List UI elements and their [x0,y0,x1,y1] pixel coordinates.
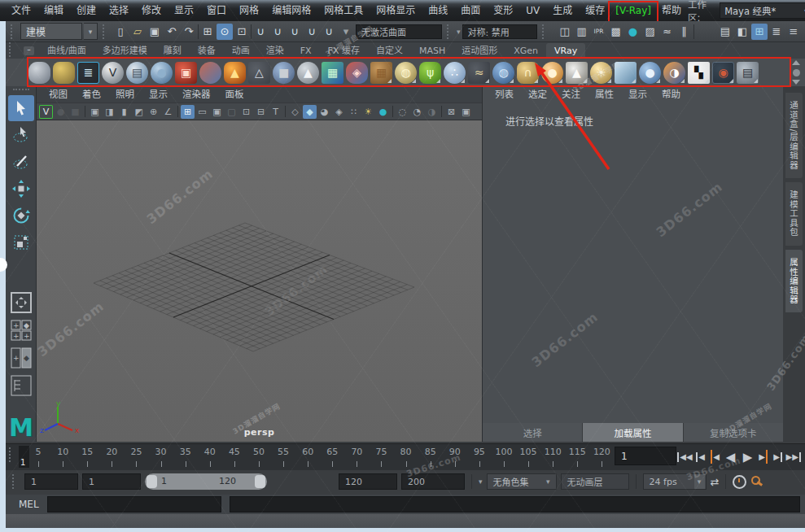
four-pane-layout-button[interactable]: +◆++ [9,318,33,342]
vray-mesh-light-icon[interactable]: ◈ [346,62,368,84]
lighting-icon[interactable]: ☀ [361,105,375,119]
safe-action-icon[interactable]: ⊟ [254,105,268,119]
redo-icon[interactable]: ↷ [181,24,197,40]
show-tool-settings-icon[interactable]: ◧ [734,24,750,40]
attr-button-复制选项卡[interactable]: 复制选项卡 [684,423,783,442]
snap-menu-chevron-icon[interactable]: ▾ [338,24,354,40]
chevron-down-icon[interactable]: ▾ [479,477,483,486]
vray-particles-icon[interactable]: ∴ [444,62,466,84]
attr-button-选择[interactable]: 选择 [483,423,582,442]
select-component-icon[interactable]: ⊡ [234,24,250,40]
playback-end-field[interactable]: 120 [339,473,397,490]
menu-item-选择[interactable]: 选择 [103,0,135,21]
texture-view-icon[interactable]: ▨ [642,24,658,40]
menu-item-help[interactable]: 帮助 [655,0,688,21]
render-current-frame-icon[interactable]: ▥ [574,24,590,40]
menu-item-网格工具[interactable]: 网格工具 [317,0,370,21]
menu-item-曲面[interactable]: 曲面 [454,0,487,21]
shaded-mode-icon[interactable]: ◆ [303,105,317,119]
vray-sun-icon[interactable]: ☀ [590,62,612,84]
vray-wire-pyramid-icon[interactable]: △ [248,62,270,84]
drag-grip[interactable] [13,89,29,93]
isolate-select-icon[interactable]: ◌ [396,105,409,119]
menu-item-变形[interactable]: 变形 [487,0,519,21]
menu-item-创建[interactable]: 创建 [70,0,103,21]
fps-dropdown[interactable]: 24 fps ▾ [643,473,707,490]
rotate-tool[interactable] [8,203,34,229]
gate-mask-icon[interactable]: ▢ [225,105,238,119]
menu-item-UV[interactable]: UV [519,0,546,21]
camera-select-icon[interactable]: ▣ [88,105,102,119]
lasso-select-tool[interactable] [8,122,34,148]
vray-viewport-badge-icon[interactable]: V [39,105,53,119]
shelf-tab-XGen[interactable]: XGen [505,43,546,59]
go-to-start-button[interactable]: ◀◀ [676,447,692,467]
shelf-tab-雕刻[interactable]: 雕刻 [155,43,190,59]
vray-proxy-icon[interactable]: ▦ [370,62,392,84]
exposure-icon[interactable]: ◔ [410,105,424,119]
move-tool[interactable] [8,176,34,202]
attr-menu-帮助[interactable]: 帮助 [654,86,688,102]
outliner-layout-button[interactable] [9,373,33,398]
menu-item-缓存[interactable]: 缓存 [579,0,611,21]
step-back-key-button[interactable]: ◀ [708,447,722,467]
step-forward-frame-button[interactable]: ▶ [772,447,785,467]
vray-clipper-icon[interactable]: ■ [273,62,295,84]
camera-bookmark-icon[interactable]: ▮ [117,105,131,119]
viewport-menu-面板[interactable]: 面板 [218,86,252,102]
show-attribute-editor-icon[interactable]: ▤ [717,24,733,40]
vray-blend-spheres-icon[interactable] [199,62,221,84]
drag-grip[interactable] [12,474,17,489]
snap-curve-icon[interactable]: ∪ [269,24,286,40]
select-tool[interactable] [8,95,34,121]
character-set-dropdown[interactable]: 无角色集 ▾ [487,473,557,490]
open-scene-icon[interactable]: ▱ [129,24,146,40]
scale-tool[interactable] [8,229,34,255]
vray-physical-camera-icon[interactable]: ▣ [175,62,197,84]
shelf-tab-MASH[interactable]: MASH [411,43,453,59]
vray-fur-icon[interactable]: ψ [419,62,441,84]
vray-checker-icon[interactable]: ▚ [688,62,710,84]
vray-stylized-character-icon[interactable]: ● [151,62,173,84]
sidebar-tab-通道盒/层编辑器[interactable]: 通道盒/层编辑器 [785,93,803,178]
shelf-tab-多边形建模[interactable]: 多边形建模 [94,43,155,59]
shadows-icon[interactable]: ● [376,105,390,119]
inactive-square-icon[interactable]: ■ [68,105,82,119]
film-gate-icon[interactable]: ▭ [195,105,209,119]
mel-input-field[interactable] [47,496,221,512]
undo-icon[interactable]: ↶ [164,24,180,40]
vray-dome-light-icon[interactable]: ∩ [517,62,539,84]
ipr-render-icon[interactable]: IPR [591,24,607,40]
animation-end-field[interactable]: 200 [401,473,465,490]
menu-item-曲线[interactable]: 曲线 [422,0,454,21]
wireframe-mode-icon[interactable]: ◇ [288,105,302,119]
viewport-canvas[interactable]: y x z persp [37,120,482,442]
two-pane-layout-button[interactable]: +◆ [9,346,33,370]
pan-zoom-icon[interactable]: ⊕ [147,105,160,119]
single-pane-layout-button[interactable] [9,290,33,315]
menu-item-编辑[interactable]: 编辑 [37,0,70,21]
snapshot-icon[interactable]: ⊠ [444,105,458,119]
vray-hair-curves-icon[interactable]: ≈ [468,62,490,84]
render-settings-icon[interactable]: ▩ [608,24,624,40]
shelf-tab-运动图形[interactable]: 运动图形 [453,43,505,59]
drag-grip[interactable] [447,24,452,39]
menu-set-dropdown[interactable]: 建模 [20,23,82,40]
vray-physical-sky-sphere-icon[interactable]: ● [639,62,661,84]
snap-point-icon[interactable]: ∪ [287,24,303,40]
sidebar-tab-建模工具包[interactable]: 建模工具包 [785,182,803,246]
attr-menu-关注[interactable]: 关注 [554,86,588,102]
shelf-scrollbar[interactable] [790,60,803,85]
select-object-icon[interactable]: ⊙ [217,24,233,40]
attr-menu-属性[interactable]: 属性 [588,86,621,102]
textured-mode-icon[interactable]: ◕ [317,105,331,119]
field-chart-icon[interactable]: ⊡ [239,105,253,119]
image-plane-icon[interactable]: ◩ [132,105,146,119]
step-forward-key-button[interactable]: ▶ [757,447,771,467]
grease-pencil-icon[interactable]: ∠ [161,105,175,119]
pause-viewport-icon[interactable]: ‖ [676,24,693,40]
chevron-down-icon[interactable]: ▾ [457,28,461,36]
vray-volume-light-icon[interactable]: ▲ [566,62,588,84]
menu-item-编辑网格[interactable]: 编辑网格 [265,0,317,21]
shelf-menu-icon[interactable]: – [24,46,34,55]
